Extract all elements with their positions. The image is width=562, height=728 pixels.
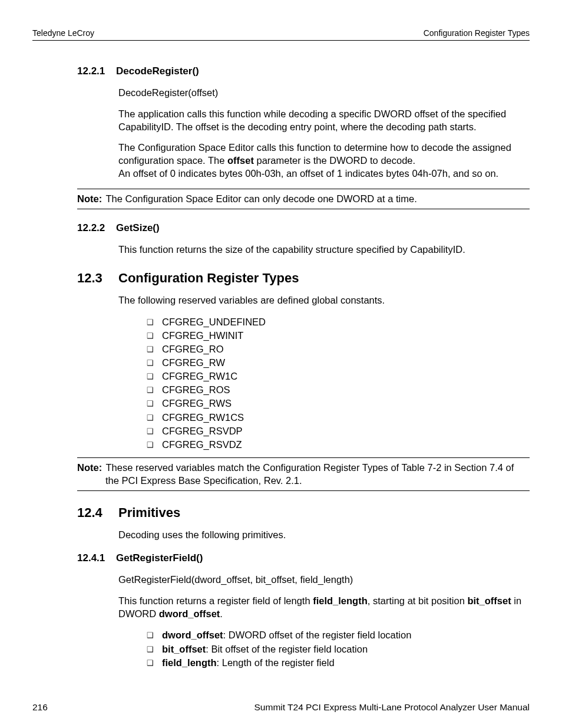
list-item: field_length: Length of the register fie… bbox=[147, 656, 530, 670]
note-label: Note: bbox=[77, 462, 102, 473]
note-block-1: Note: The Configuration Space Editor can… bbox=[77, 189, 530, 210]
paragraph: The application calls this function whil… bbox=[118, 108, 530, 134]
heading-title: Primitives bbox=[118, 505, 180, 520]
list-item: CFGREG_RSVDP bbox=[147, 424, 530, 438]
list-item: CFGREG_ROS bbox=[147, 383, 530, 397]
text: This function returns a register field o… bbox=[118, 595, 313, 606]
section-12-2-2-body: This function returns the size of the ca… bbox=[77, 243, 530, 256]
list-item: CFGREG_RW1CS bbox=[147, 411, 530, 424]
heading-number: 12.4.1 bbox=[77, 552, 116, 564]
list-item: bit_offset: Bit offset of the register f… bbox=[147, 643, 530, 656]
parameter-list: dword_offset: DWORD offset of the regist… bbox=[118, 628, 530, 669]
heading-title: GetSize() bbox=[116, 222, 160, 233]
text: parameter is the DWORD to decode. bbox=[254, 155, 415, 166]
text: . bbox=[220, 608, 223, 619]
term-dword-offset: dword_offset bbox=[159, 608, 220, 619]
heading-12-2-2: 12.2.2GetSize() bbox=[77, 222, 530, 234]
running-header: Teledyne LeCroy Configuration Register T… bbox=[32, 28, 530, 41]
section-12-4-1-body: GetRegisterField(dword_offset, bit_offse… bbox=[77, 574, 530, 670]
paragraph: Decoding uses the following primitives. bbox=[118, 529, 530, 542]
param-name: dword_offset bbox=[162, 630, 223, 640]
section-12-4-body: Decoding uses the following primitives. bbox=[77, 529, 530, 542]
page-footer: 216 Summit T24 PCI Express Multi-Lane Pr… bbox=[32, 702, 530, 713]
header-right: Configuration Register Types bbox=[424, 28, 530, 38]
heading-title: Configuration Register Types bbox=[118, 271, 299, 285]
header-left: Teledyne LeCroy bbox=[32, 28, 94, 38]
code-signature: DecodeRegister(offset) bbox=[118, 87, 530, 100]
term-bit-offset: bit_offset bbox=[467, 595, 511, 606]
section-12-3-body: The following reserved variables are def… bbox=[77, 294, 530, 452]
heading-title: DecodeRegister() bbox=[116, 65, 199, 77]
param-desc: : Length of the register field bbox=[217, 657, 335, 668]
term-field-length: field_length bbox=[313, 595, 368, 606]
list-item: CFGREG_RSVDZ bbox=[147, 438, 530, 452]
list-item: CFGREG_RO bbox=[147, 342, 530, 356]
term-offset: offset bbox=[227, 155, 254, 166]
paragraph: The Configuration Space Editor calls thi… bbox=[118, 141, 530, 167]
heading-number: 12.4 bbox=[77, 505, 118, 521]
heading-number: 12.2.1 bbox=[77, 65, 116, 77]
note-text: These reserved variables match the Confi… bbox=[103, 462, 514, 473]
param-desc: : Bit offset of the register field locat… bbox=[206, 644, 368, 654]
list-item: CFGREG_RW bbox=[147, 356, 530, 370]
param-desc: : DWORD offset of the register field loc… bbox=[223, 630, 412, 640]
paragraph: An offset of 0 indicates bytes 00h-03h, … bbox=[118, 167, 530, 180]
note-block-2: Note: These reserved variables match the… bbox=[77, 457, 530, 492]
param-name: bit_offset bbox=[162, 644, 206, 654]
section-12-2-1-body: DecodeRegister(offset) The application c… bbox=[77, 87, 530, 180]
heading-number: 12.2.2 bbox=[77, 222, 116, 234]
heading-title: GetRegisterField() bbox=[116, 552, 203, 564]
param-name: field_length bbox=[162, 657, 217, 668]
paragraph: This function returns a register field o… bbox=[118, 595, 530, 621]
note-text: The Configuration Space Editor can only … bbox=[103, 193, 417, 204]
heading-12-4-1: 12.4.1GetRegisterField() bbox=[77, 552, 530, 564]
heading-number: 12.3 bbox=[77, 271, 118, 286]
list-item: CFGREG_RWS bbox=[147, 397, 530, 410]
constant-list: CFGREG_UNDEFINED CFGREG_HWINIT CFGREG_RO… bbox=[118, 315, 530, 452]
list-item: dword_offset: DWORD offset of the regist… bbox=[147, 628, 530, 642]
page-number: 216 bbox=[32, 702, 48, 713]
list-item: CFGREG_RW1C bbox=[147, 370, 530, 383]
note-label: Note: bbox=[77, 193, 102, 204]
list-item: CFGREG_HWINIT bbox=[147, 329, 530, 342]
list-item: CFGREG_UNDEFINED bbox=[147, 315, 530, 329]
heading-12-2-1: 12.2.1DecodeRegister() bbox=[77, 65, 530, 77]
footer-title: Summit T24 PCI Express Multi-Lane Protoc… bbox=[254, 702, 530, 713]
content-body: 12.2.1DecodeRegister() DecodeRegister(of… bbox=[32, 65, 530, 670]
note-text-cont: the PCI Express Base Specification, Rev.… bbox=[77, 475, 530, 487]
heading-12-3: 12.3Configuration Register Types bbox=[77, 271, 530, 286]
code-signature: GetRegisterField(dword_offset, bit_offse… bbox=[118, 574, 530, 587]
heading-12-4: 12.4Primitives bbox=[77, 505, 530, 521]
text: , starting at bit position bbox=[368, 595, 468, 606]
paragraph: This function returns the size of the ca… bbox=[118, 243, 530, 256]
page: Teledyne LeCroy Configuration Register T… bbox=[0, 0, 562, 728]
paragraph: The following reserved variables are def… bbox=[118, 294, 530, 307]
